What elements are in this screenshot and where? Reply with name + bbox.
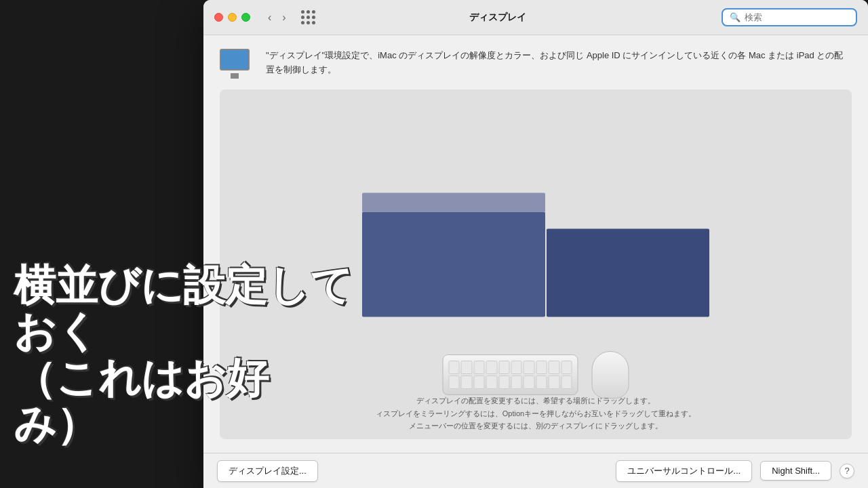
keyboard-image <box>443 354 578 395</box>
search-icon: 🔍 <box>730 12 741 22</box>
description-text: "ディスプレイ"環境設定で、iMac のディスプレイの解像度とカラー、および同じ… <box>266 49 852 77</box>
display-icon-screen <box>220 49 250 70</box>
close-button[interactable] <box>214 13 223 22</box>
maximize-button[interactable] <box>241 13 250 22</box>
description-row: "ディスプレイ"環境設定で、iMac のディスプレイの解像度とカラー、および同じ… <box>220 49 852 79</box>
display-icon <box>220 49 255 79</box>
display-block-main[interactable] <box>362 212 545 317</box>
titlebar: ‹ › ディスプレイ 🔍 <box>203 0 868 35</box>
help-button[interactable]: ? <box>840 464 854 479</box>
overlay-line-2: （これはお好み） <box>0 355 353 447</box>
display-icon-stand <box>231 73 239 79</box>
night-shift-button[interactable]: Night Shift... <box>760 461 831 481</box>
traffic-lights <box>214 13 250 22</box>
universal-control-button[interactable]: ユニバーサルコントロール... <box>616 460 752 482</box>
window-title: ディスプレイ <box>283 12 713 24</box>
search-input[interactable] <box>745 12 853 22</box>
search-box[interactable]: 🔍 <box>722 8 857 26</box>
overlay-line-1: 横並びに設定しておく <box>0 262 353 354</box>
minimize-button[interactable] <box>228 13 237 22</box>
overlay-text: 横並びに設定しておく （これはお好み） <box>0 262 353 447</box>
display-block-container <box>362 212 709 317</box>
display-block-secondary[interactable] <box>547 229 709 317</box>
bottom-bar: ディスプレイ設定... ユニバーサルコントロール... Night Shift.… <box>203 453 868 488</box>
mouse-image <box>592 351 629 399</box>
back-button[interactable]: ‹ <box>264 9 275 26</box>
display-settings-button[interactable]: ディスプレイ設定... <box>217 460 318 482</box>
keyboard-keys <box>443 355 578 394</box>
keyboard-area <box>443 351 629 399</box>
